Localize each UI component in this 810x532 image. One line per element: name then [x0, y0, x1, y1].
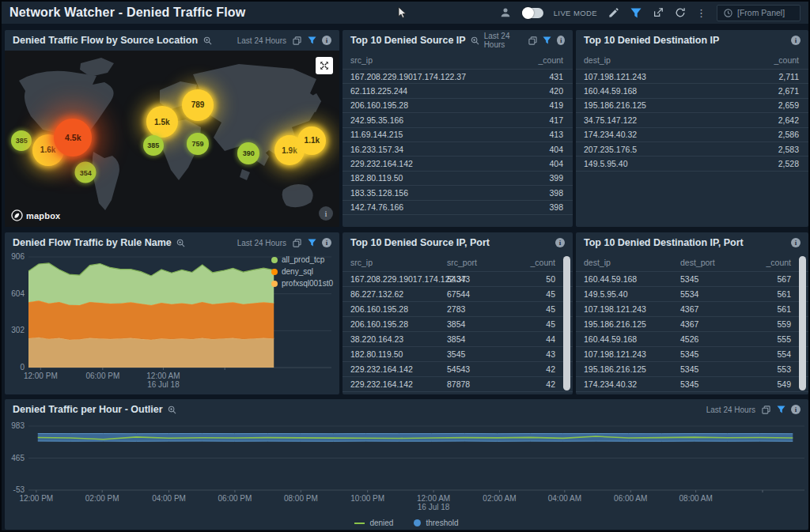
- table-row[interactable]: 86.227.132.626754445: [343, 287, 573, 302]
- legend-item-threshold[interactable]: threshold: [414, 519, 458, 527]
- table-row[interactable]: 38.220.164.23385444: [343, 332, 573, 347]
- info-icon[interactable]: i: [322, 36, 331, 45]
- filter-icon[interactable]: [543, 36, 551, 45]
- drilldown-magnifier-icon[interactable]: [176, 238, 186, 247]
- map-bubble[interactable]: 354: [75, 162, 97, 183]
- table-row[interactable]: 62.118.225.244420: [343, 84, 573, 98]
- table-row[interactable]: 206.160.195.28278345: [343, 302, 573, 317]
- table-row[interactable]: 167.208.229.19017.174.122.375434350: [343, 272, 573, 287]
- outlier-line-chart[interactable]: 983465-5312:00 PM02:00 PM04:00 PM06:00 P…: [5, 420, 808, 530]
- table-row[interactable]: 195.186.216.1252,659: [576, 99, 808, 113]
- refresh-icon[interactable]: [674, 7, 686, 19]
- mouse-cursor: [398, 6, 407, 19]
- table-row[interactable]: 142.74.76.166398: [343, 201, 573, 215]
- map-attribution-info-icon[interactable]: i: [319, 206, 333, 221]
- filter-icon[interactable]: [307, 238, 316, 247]
- cell-dest_ip: 149.5.95.40: [584, 159, 744, 168]
- table-row[interactable]: 149.5.95.402,528: [576, 157, 808, 171]
- panels-icon[interactable]: [292, 36, 301, 45]
- drilldown-magnifier-icon[interactable]: [168, 405, 177, 414]
- table-row[interactable]: 195.186.216.1255345553: [576, 362, 808, 377]
- user-icon[interactable]: [500, 7, 512, 19]
- info-icon[interactable]: i: [322, 238, 331, 247]
- from-panel-selector[interactable]: [From Panel]: [717, 5, 801, 21]
- table-row[interactable]: 207.235.176.52,583: [576, 142, 808, 157]
- world-map[interactable]: i mapbox 3851.6k4.5k3541.5k3857897593901…: [5, 51, 339, 227]
- table-row[interactable]: 11.69.144.215413: [343, 128, 573, 142]
- table-row[interactable]: 206.160.195.28385445: [343, 317, 573, 332]
- table-row[interactable]: 167.208.229.19017.174.122.37431: [343, 70, 573, 84]
- table-row[interactable]: 34.75.147.1222,642: [576, 113, 808, 127]
- table-scrollbar[interactable]: [799, 256, 806, 391]
- edit-pencil-icon[interactable]: [608, 7, 619, 19]
- share-icon[interactable]: [652, 7, 664, 19]
- x-axis-label: 04:00 PM: [152, 494, 186, 503]
- table-scrollbar[interactable]: [563, 256, 570, 391]
- table-row[interactable]: 107.198.121.2432,711: [576, 70, 808, 84]
- map-bubble[interactable]: 789: [182, 89, 214, 121]
- table-row[interactable]: 174.234.40.322,586: [576, 128, 808, 142]
- area-series-profxsql001st0: [28, 338, 274, 368]
- table-row[interactable]: 149.5.95.405534561: [576, 287, 808, 302]
- panel-source-location-map: Denied Traffic Flow by Source Location L…: [5, 30, 339, 227]
- legend-item-deny_sql[interactable]: deny_sql: [271, 266, 333, 277]
- x-axis-label: 10:00 PM: [350, 494, 384, 503]
- filter-icon[interactable]: [307, 36, 316, 45]
- info-icon[interactable]: i: [791, 36, 801, 45]
- map-bubble[interactable]: 390: [237, 142, 259, 164]
- legend-dot: [271, 257, 278, 263]
- table-row[interactable]: 229.232.164.1425454342: [343, 362, 573, 377]
- table-row[interactable]: 206.160.195.28419: [343, 99, 573, 113]
- info-icon[interactable]: i: [791, 405, 801, 414]
- info-icon[interactable]: i: [555, 238, 565, 247]
- panel-title: Denied Flow Traffic by Rule Name: [13, 237, 172, 248]
- table-row[interactable]: 107.198.121.2434367561: [576, 302, 808, 317]
- drilldown-magnifier-icon[interactable]: [471, 36, 479, 45]
- panels-icon[interactable]: [292, 238, 301, 247]
- filter-icon[interactable]: [776, 405, 785, 414]
- map-bubble[interactable]: 1.5k: [146, 106, 178, 138]
- mapbox-logo[interactable]: mapbox: [11, 209, 60, 221]
- map-bubble[interactable]: 385: [11, 130, 32, 151]
- cell-_count: 417: [508, 115, 563, 125]
- table-row[interactable]: 183.35.128.156398: [343, 186, 573, 200]
- map-bubble[interactable]: 759: [187, 133, 209, 155]
- table-row[interactable]: 16.233.157.34404: [343, 142, 573, 157]
- table-row[interactable]: 160.44.59.1685345567: [576, 272, 808, 287]
- table-row[interactable]: 160.44.59.1684526555: [576, 332, 808, 347]
- info-icon[interactable]: i: [557, 36, 565, 45]
- cell-_count: 2,711: [744, 72, 799, 81]
- table-row[interactable]: 160.44.59.1682,671: [576, 84, 808, 98]
- cell-src_ip: 206.160.195.28: [350, 100, 508, 110]
- live-mode-toggle[interactable]: [522, 8, 543, 18]
- map-expand-button[interactable]: [316, 57, 333, 74]
- kebab-menu-icon[interactable]: ⋮: [696, 8, 706, 18]
- table-row[interactable]: 229.232.164.142404: [343, 157, 573, 171]
- panel-top-denied-destination-ip: Top 10 Denied Destination IP i dest_ip_c…: [576, 30, 808, 227]
- map-bubble[interactable]: 1.1k: [297, 126, 326, 155]
- drilldown-magnifier-icon[interactable]: [202, 36, 212, 45]
- table-row[interactable]: 242.95.35.166417: [343, 113, 573, 127]
- dashboard-title: Network Watcher - Denied Traffic Flow: [9, 6, 245, 20]
- legend-item-denied[interactable]: denied: [354, 519, 393, 527]
- panels-icon[interactable]: [528, 36, 537, 45]
- map-bubble[interactable]: 385: [143, 135, 164, 156]
- legend-item-all_prod_tcp[interactable]: all_prod_tcp: [271, 255, 333, 265]
- time-range-label: Last 24 Hours: [237, 36, 286, 45]
- table-row[interactable]: 107.198.121.2435345554: [576, 347, 808, 362]
- panel-title: Denied Traffic Flow by Source Location: [13, 35, 198, 46]
- table-row[interactable]: 229.232.164.1428787842: [343, 377, 573, 392]
- cell-src_port: 54343: [447, 274, 516, 284]
- legend-label: denied: [369, 519, 393, 527]
- panel-top-denied-destination-ip-port: Top 10 Denied Destination IP, Port i des…: [576, 232, 808, 394]
- filter-icon[interactable]: [630, 7, 642, 19]
- info-icon[interactable]: i: [791, 238, 801, 247]
- table-row[interactable]: 195.186.216.1254367559: [576, 317, 808, 332]
- panels-icon[interactable]: [761, 405, 770, 414]
- table-row[interactable]: 182.80.119.50354543: [343, 347, 573, 362]
- table-row[interactable]: 174.234.40.325345549: [576, 377, 808, 392]
- legend-item-profxsql001st0[interactable]: profxsql001st0: [271, 278, 333, 289]
- table-row[interactable]: 182.80.119.50399: [343, 172, 573, 186]
- map-bubble[interactable]: 4.5k: [54, 119, 92, 157]
- outlier-chart-body: 983465-5312:00 PM02:00 PM04:00 PM06:00 P…: [5, 420, 808, 530]
